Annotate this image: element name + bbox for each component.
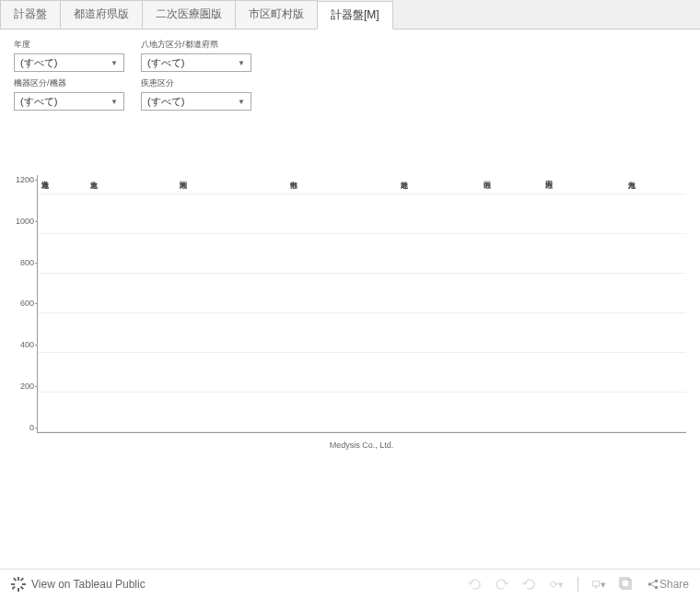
chart-footer-credit: Medysis Co., Ltd. [37, 440, 686, 450]
chevron-down-icon: ▼ [238, 98, 245, 106]
filter-region-select[interactable]: (すべて) ▼ [141, 53, 251, 72]
filter-year-label: 年度 [14, 39, 134, 51]
region-label: 九州地方 [576, 120, 686, 175]
filter-panel: 年度 (すべて) ▼ 八地方区分/都道府県 (すべて) ▼ 機器区分/機器 (す… [0, 29, 700, 120]
y-tick: 800 [10, 258, 34, 267]
region-label: 北海道地方 [37, 120, 51, 175]
tab-二次医療圏版[interactable]: 二次医療圏版 [142, 0, 236, 29]
y-tick: 600 [10, 299, 34, 308]
y-tick: 0 [10, 423, 34, 432]
region-label: 関東地方 [134, 120, 230, 175]
chevron-down-icon: ▼ [238, 59, 245, 67]
tab-bar: 計器盤都道府県版二次医療圏版市区町村版計器盤[M] [0, 0, 700, 29]
chevron-down-icon: ▼ [111, 98, 118, 106]
filter-region-label: 八地方区分/都道府県 [141, 39, 261, 51]
filter-disease-label: 疾患区分 [141, 77, 261, 89]
bar-chart-plot: 020040060080010001200 [37, 175, 686, 433]
region-label: 中国地方 [451, 120, 520, 175]
filter-equipment-select[interactable]: (すべて) ▼ [14, 92, 124, 111]
region-label: 近畿地方 [355, 120, 451, 175]
y-tick: 400 [10, 340, 34, 349]
region-axis-labels: 北海道地方東北地方関東地方中部地方近畿地方中国地方四国地方九州地方 [37, 120, 686, 175]
chevron-down-icon: ▼ [111, 59, 118, 67]
filter-equipment-label: 機器区分/機器 [14, 77, 134, 89]
tab-都道府県版[interactable]: 都道府県版 [60, 0, 143, 29]
region-label: 四国地方 [520, 120, 576, 175]
y-axis: 020040060080010001200 [10, 175, 34, 432]
chart-container: 北海道地方東北地方関東地方中部地方近畿地方中国地方四国地方九州地方 020040… [0, 120, 700, 459]
y-tick: 1200 [10, 175, 34, 184]
y-tick: 1000 [10, 217, 34, 226]
region-label: 東北地方 [51, 120, 134, 175]
chart-bars [38, 175, 686, 432]
y-tick: 200 [10, 382, 34, 391]
region-label: 中部地方 [230, 120, 355, 175]
tab-市区町村版[interactable]: 市区町村版 [235, 0, 318, 29]
filter-disease-select[interactable]: (すべて) ▼ [141, 92, 251, 111]
filter-year-select[interactable]: (すべて) ▼ [14, 53, 124, 72]
tab-計器盤[interactable]: 計器盤 [0, 0, 61, 29]
tab-計器盤[M][interactable]: 計器盤[M] [317, 1, 393, 29]
